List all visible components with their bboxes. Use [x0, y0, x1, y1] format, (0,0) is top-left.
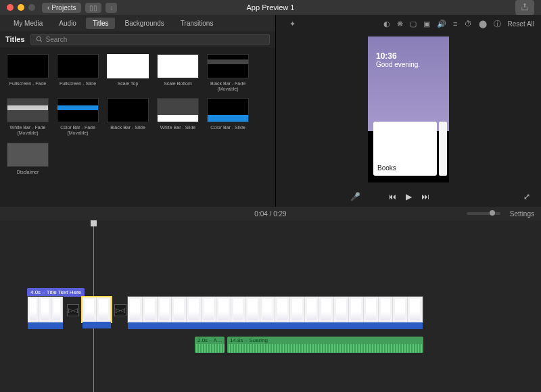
title-preset[interactable]: Scale Bottom [157, 54, 199, 91]
preview-card: Books [373, 122, 437, 176]
window-title: App Preview 1 [247, 3, 295, 11]
transition-2[interactable]: ▷◁ [114, 304, 126, 316]
time-sep: / [268, 210, 273, 218]
prev-button[interactable]: ⏮ [388, 192, 396, 201]
title-preset[interactable]: White Bar - Slide [157, 98, 199, 135]
import-button[interactable]: ↓ [105, 3, 117, 13]
preview-time: 10:36 [376, 51, 441, 61]
title-preset[interactable]: Color Bar - Slide [207, 98, 249, 135]
title-thumb [157, 98, 199, 122]
library-toggle[interactable]: ▯▯ [85, 3, 101, 13]
titlebar: ‹ Projects ▯▯ ↓ App Preview 1 [0, 0, 541, 15]
speed-icon[interactable]: ⏱ [465, 20, 472, 28]
audio-clip-1[interactable]: 2.0s – A… [195, 337, 225, 353]
filter-icon[interactable]: ⬤ [479, 20, 487, 28]
title-preset[interactable]: Color Bar - Fade (Movable) [57, 98, 99, 135]
clip-audio-1 [28, 322, 63, 329]
title-label: Color Bar - Fade (Movable) [57, 125, 99, 135]
next-button[interactable]: ⏭ [421, 192, 429, 201]
current-time: 0:04 [254, 210, 267, 218]
tab-backgrounds[interactable]: Backgrounds [118, 18, 170, 29]
phone-mockup: 10:36 Good evening. Books [368, 36, 449, 182]
tab-transitions[interactable]: Transitions [174, 18, 220, 29]
crop-icon[interactable]: ▢ [410, 20, 417, 28]
title-preset[interactable]: Scale Top [107, 54, 149, 91]
noise-icon[interactable]: ≡ [453, 20, 457, 28]
viewer-panel: ✦ ◐ ❋ ▢ ▣ 🔊 ≡ ⏱ ⬤ ⓘ Reset All 10:36 Good… [276, 15, 541, 207]
reset-all-button[interactable]: Reset All [508, 20, 534, 28]
audio-label-2: 14.8s – Soaring [227, 337, 423, 344]
title-label: Black Bar - Slide [110, 125, 145, 130]
title-preset[interactable]: Disclaimer [7, 143, 49, 175]
preview-card-label: Books [377, 164, 433, 172]
zoom-slider[interactable] [467, 212, 500, 215]
title-label: Scale Bottom [164, 81, 192, 87]
title-thumb [7, 98, 49, 122]
chevron-left-icon: ‹ [47, 4, 49, 11]
share-button[interactable] [515, 0, 534, 15]
minimize-window[interactable] [18, 4, 24, 11]
video-clip-3[interactable] [127, 296, 423, 323]
clip-audio-3 [128, 322, 423, 329]
title-label: Scale Top [118, 81, 139, 87]
settings-button[interactable]: Settings [510, 210, 534, 218]
video-clip-1[interactable] [27, 296, 64, 323]
fullscreen-icon[interactable]: ⤢ [523, 192, 530, 201]
color-balance-icon[interactable]: ◐ [383, 20, 390, 28]
projects-label: Projects [51, 4, 76, 11]
title-label: White Bar - Slide [160, 125, 196, 130]
tab-my-media[interactable]: My Media [7, 18, 49, 29]
svg-point-0 [37, 36, 41, 41]
color-correction-icon[interactable]: ❋ [397, 20, 403, 28]
tab-audio[interactable]: Audio [52, 18, 83, 29]
title-label: Fullscreen - Slide [60, 81, 96, 87]
waveform-2 [227, 344, 423, 353]
enhance-icon[interactable]: ✦ [289, 20, 296, 28]
share-icon [521, 3, 529, 11]
clip-audio-2 [83, 322, 111, 328]
title-preset[interactable]: Fullscreen - Fade [7, 54, 49, 91]
audio-clip-2[interactable]: 14.8s – Soaring [227, 337, 423, 353]
panel-title: Titles [5, 35, 25, 43]
time-display-bar: 0:04 / 0:29 Settings [0, 207, 541, 220]
title-thumb [107, 98, 149, 122]
video-clip-2[interactable] [81, 296, 112, 323]
timeline[interactable]: 4.0s – Title Text Here ▷◁ ▷◁ 2.0s – A… 1… [0, 220, 541, 392]
browser-panel: My Media Audio Titles Backgrounds Transi… [0, 15, 276, 207]
title-label: Color Bar - Slide [210, 125, 245, 130]
playback-controls: 🎤 ⏮ ▶ ⏭ ⤢ [276, 187, 541, 207]
fullscreen-window[interactable] [28, 4, 35, 11]
title-thumb [7, 143, 49, 167]
video-preview[interactable]: 10:36 Good evening. Books [276, 32, 541, 187]
title-preset[interactable]: Black Bar - Slide [107, 98, 149, 135]
title-preset[interactable]: Black Bar - Fade (Movable) [207, 54, 249, 91]
search-placeholder: Search [46, 36, 68, 43]
title-thumb [107, 54, 149, 78]
play-button[interactable]: ▶ [406, 192, 412, 201]
total-time: 0:29 [273, 210, 286, 218]
preview-greeting: Good evening. [376, 61, 441, 68]
audio-label-1: 2.0s – A… [195, 337, 225, 344]
title-thumb [207, 98, 249, 122]
title-label: White Bar - Fade (Movable) [7, 125, 49, 135]
titles-grid: Fullscreen - FadeFullscreen - SlideScale… [0, 47, 275, 207]
tab-titles[interactable]: Titles [86, 18, 116, 29]
projects-button[interactable]: ‹ Projects [42, 3, 81, 13]
title-label: Fullscreen - Fade [9, 81, 46, 87]
title-preset[interactable]: White Bar - Fade (Movable) [7, 98, 49, 135]
transition-1[interactable]: ▷◁ [67, 304, 79, 316]
mic-icon[interactable]: 🎤 [350, 192, 360, 201]
title-label: Black Bar - Fade (Movable) [207, 81, 249, 91]
volume-icon[interactable]: 🔊 [437, 20, 446, 28]
title-label: Disclaimer [17, 170, 39, 175]
title-thumb [207, 54, 249, 78]
search-icon [35, 35, 43, 43]
search-input[interactable]: Search [30, 34, 270, 45]
media-tabs: My Media Audio Titles Backgrounds Transi… [0, 15, 275, 31]
info-icon[interactable]: ⓘ [494, 19, 501, 29]
title-preset[interactable]: Fullscreen - Slide [57, 54, 99, 91]
title-thumb [157, 54, 199, 78]
stabilize-icon[interactable]: ▣ [423, 20, 430, 28]
title-thumb [57, 98, 99, 122]
close-window[interactable] [7, 4, 14, 11]
